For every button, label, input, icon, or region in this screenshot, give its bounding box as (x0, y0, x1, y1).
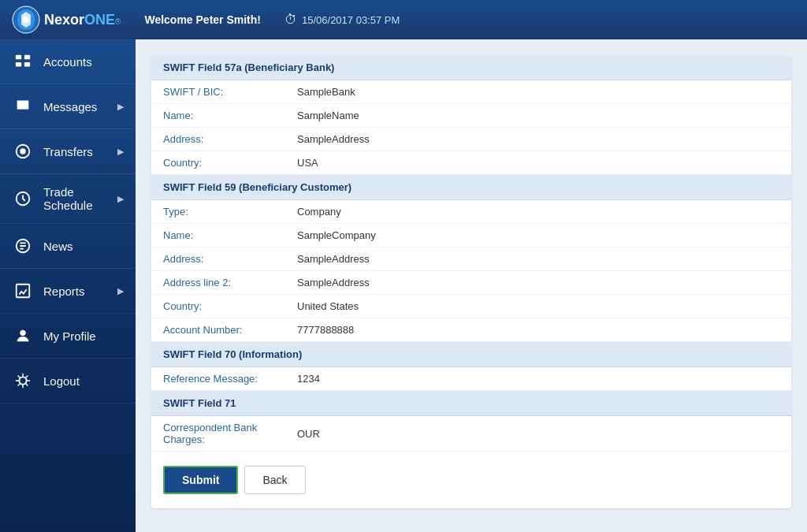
logo: NexorONE® (12, 6, 121, 34)
arrow-icon-trade-schedule: ▶ (117, 194, 124, 204)
main-layout: Accounts Messages ▶ Transfers ▶ Trade Sc… (0, 39, 807, 532)
table-row: Name: SampleCompany (151, 224, 791, 247)
sidebar-label-news: News (43, 240, 124, 253)
sidebar-label-accounts: Accounts (43, 55, 124, 69)
sidebar-label-logout: Logout (43, 374, 124, 388)
table-row: Address: SampleAddress (151, 247, 791, 271)
svg-rect-10 (17, 285, 30, 298)
profile-icon (12, 325, 34, 347)
arrow-icon-transfers: ▶ (117, 147, 124, 157)
submit-button[interactable]: Submit (163, 466, 238, 494)
table-row: Country: United States (151, 295, 791, 318)
table-row: Correspondent Bank Charges: OUR (151, 416, 791, 452)
trade-schedule-icon (12, 188, 34, 210)
messages-icon (12, 95, 34, 117)
arrow-icon-messages: ▶ (117, 102, 124, 112)
table-row: Country: USA (151, 151, 791, 175)
table-row: SWIFT / BIC: SampleBank (151, 80, 791, 104)
sidebar-item-accounts[interactable]: Accounts (0, 39, 136, 84)
table-row: Address line 2: SampleAddress (151, 271, 791, 295)
arrow-icon-reports: ▶ (117, 286, 124, 296)
table-row: Name: SampleName (151, 104, 791, 128)
detail-card: SWIFT Field 57a (Beneficiary Bank) SWIFT… (151, 55, 791, 508)
logo-text: NexorONE® (44, 12, 121, 28)
table-row: Address: SampleAddress (151, 128, 791, 151)
logout-icon (12, 370, 34, 392)
transfers-icon (12, 140, 34, 162)
app-header: NexorONE® Welcome Peter Smith! ⏱ 15/06/2… (0, 0, 807, 39)
sidebar-item-logout[interactable]: Logout (0, 359, 136, 404)
svg-rect-2 (16, 55, 21, 60)
reports-icon (12, 280, 34, 302)
header-datetime: ⏱ 15/06/2017 03:57 PM (284, 13, 400, 27)
sidebar-item-transfers[interactable]: Transfers ▶ (0, 129, 136, 174)
sidebar-item-my-profile[interactable]: My Profile (0, 314, 136, 359)
svg-point-1 (23, 17, 29, 23)
section-header-swift-70: SWIFT Field 70 (Information) (151, 342, 791, 367)
sidebar-item-news[interactable]: News (0, 224, 136, 269)
svg-rect-3 (24, 55, 30, 60)
svg-point-11 (20, 330, 25, 336)
clock-icon: ⏱ (284, 13, 297, 27)
table-row: Type: Company (151, 200, 791, 224)
action-row: Submit Back (151, 452, 791, 508)
news-icon (12, 235, 34, 257)
table-row: Account Number: 7777888888 (151, 318, 791, 342)
sidebar: Accounts Messages ▶ Transfers ▶ Trade Sc… (0, 39, 136, 532)
table-row: Reference Message: 1234 (151, 367, 791, 391)
svg-rect-4 (16, 62, 21, 67)
welcome-text: Welcome Peter Smith! (144, 13, 261, 26)
svg-rect-5 (24, 62, 30, 67)
sidebar-label-trade-schedule: Trade Schedule (43, 185, 117, 212)
sidebar-label-transfers: Transfers (43, 145, 117, 158)
section-header-swift-57a: SWIFT Field 57a (Beneficiary Bank) (151, 55, 791, 80)
sidebar-label-reports: Reports (43, 285, 117, 298)
sidebar-item-reports[interactable]: Reports ▶ (0, 269, 136, 314)
sidebar-item-messages[interactable]: Messages ▶ (0, 84, 136, 129)
accounts-icon (12, 50, 34, 73)
svg-point-7 (20, 148, 25, 154)
section-header-swift-71: SWIFT Field 71 (151, 391, 791, 416)
section-header-swift-59: SWIFT Field 59 (Beneficiary Customer) (151, 175, 791, 200)
back-button[interactable]: Back (244, 466, 305, 494)
sidebar-label-my-profile: My Profile (43, 329, 124, 343)
sidebar-item-trade-schedule[interactable]: Trade Schedule ▶ (0, 174, 136, 224)
main-content: SWIFT Field 57a (Beneficiary Bank) SWIFT… (136, 39, 807, 532)
sidebar-label-messages: Messages (43, 100, 117, 113)
